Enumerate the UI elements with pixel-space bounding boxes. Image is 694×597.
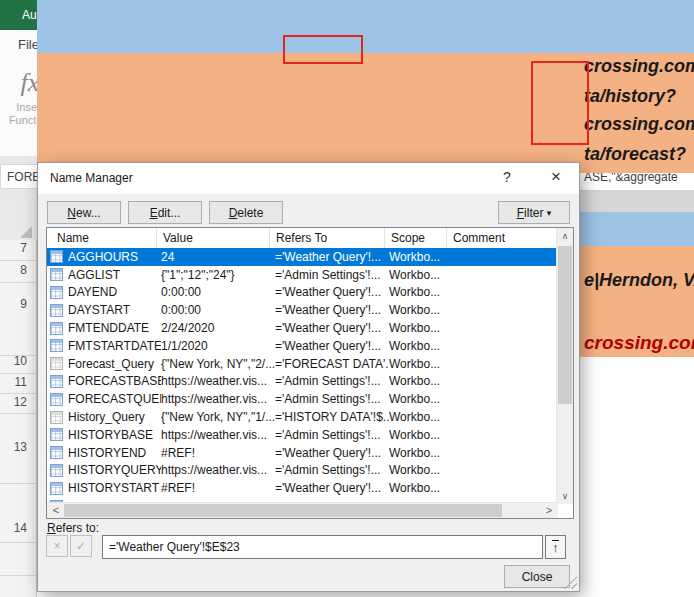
edit-button[interactable]: Edit... [128, 201, 202, 224]
row-number-7[interactable]: 7 [20, 241, 27, 255]
column-header-name[interactable]: Name [47, 228, 157, 248]
name-manager-dialog: Name Manager ? × New... Edit... Delete F… [37, 162, 580, 592]
row-cell: https://weather.vis... [161, 374, 275, 388]
blue-cells-1 [37, 0, 694, 53]
name-row-History_Query[interactable]: History_Query{"New York, NY","1/...='HIS… [47, 408, 556, 426]
name-row-FMTSTARTDATE[interactable]: FMTSTARTDATE1/1/2020='Weather Query'!...… [47, 337, 556, 355]
excel-window: AutoSave Off ▾ ▾ ▾ [0, 0, 694, 597]
collapse-arrow-icon: ↑ [552, 540, 559, 554]
collapse-dialog-button[interactable]: ↑ [545, 535, 566, 559]
row-cell: {"1";"12";"24"} [161, 268, 275, 282]
row-cell: HISTORYBASE [68, 428, 161, 442]
close-icon[interactable]: × [545, 167, 567, 187]
row-cell: AGGLIST [68, 268, 161, 282]
named-range-icon [50, 428, 63, 441]
row-number-8[interactable]: 8 [20, 263, 27, 277]
row-cell: {"New York, NY","2/... [161, 357, 275, 371]
dialog-title-bar[interactable]: Name Manager ? × [38, 163, 579, 194]
name-row-AGGHOURS[interactable]: AGGHOURS24='Weather Query'!...Workbo... [47, 248, 556, 266]
cell-text-fragment: crossing.com/ [584, 114, 694, 135]
refers-to-input[interactable]: ='Weather Query'!$E$23 [102, 535, 543, 559]
scroll-down-icon[interactable]: ∨ [557, 491, 573, 501]
row-cell: Workbo... [389, 392, 451, 406]
row-cell: ='Weather Query'!... [275, 285, 389, 299]
column-header-scope[interactable]: Scope [385, 228, 447, 248]
row-cell: ='Admin Settings'!... [275, 268, 389, 282]
row-gridline [0, 393, 36, 394]
named-range-icon [50, 482, 63, 495]
name-row-HISTORYBASE[interactable]: HISTORYBASEhttps://weather.vis...='Admin… [47, 426, 556, 444]
row-cell: https://weather.vis... [161, 463, 275, 477]
select-all-corner[interactable] [20, 226, 32, 238]
name-row-HISTORYEND[interactable]: HISTORYEND#REF!='Weather Query'!...Workb… [47, 444, 556, 462]
row-gridline [0, 373, 36, 374]
row-gridline [0, 260, 36, 261]
column-header-comment[interactable]: Comment [447, 228, 556, 248]
help-icon[interactable]: ? [497, 169, 517, 185]
horizontal-scroll-thumb[interactable] [64, 504, 502, 517]
cell-text-fragment: ta/forecast? [584, 144, 686, 165]
row-cell: #REF! [161, 481, 275, 495]
name-row-AGGLIST[interactable]: AGGLIST{"1";"12";"24"}='Admin Settings'!… [47, 266, 556, 284]
name-row-Forecast_Query[interactable]: Forecast_Query{"New York, NY","2/...='FO… [47, 355, 556, 373]
row-cell: FMTENDDATE [68, 321, 161, 335]
row-cell: 1/1/2020 [161, 339, 275, 353]
name-row-HISTORYQUERY[interactable]: HISTORYQUERYhttps://weather.vis...='Admi… [47, 462, 556, 480]
name-row-FMTENDDATE[interactable]: FMTENDDATE2/24/2020='Weather Query'!...W… [47, 319, 556, 337]
scroll-up-icon[interactable]: ∧ [557, 231, 573, 241]
row-number-9[interactable]: 9 [20, 297, 27, 311]
row-cell: Workbo... [389, 357, 451, 371]
names-list: NameValueRefers ToScopeComment AGGHOURS2… [46, 227, 574, 519]
row-cell: Workbo... [389, 303, 451, 317]
vertical-scrollbar[interactable]: ∧ ∨ [556, 228, 573, 504]
row-cell: HISTORYSTART [68, 481, 161, 495]
row-number-13[interactable]: 13 [14, 440, 27, 454]
delete-button[interactable]: Delete [209, 201, 283, 224]
row-cell: ='FORECAST DATA'... [275, 357, 389, 371]
name-row-DAYEND[interactable]: DAYEND0:00:00='Weather Query'!...Workbo.… [47, 284, 556, 302]
row-cell: HISTORYEND [68, 446, 161, 460]
column-header-value[interactable]: Value [157, 228, 270, 248]
row-cell: ='Admin Settings'!... [275, 392, 389, 406]
row-cell: Workbo... [389, 268, 451, 282]
row-cell: FORECASTQUERY [68, 392, 161, 406]
row-cell: Workbo... [389, 285, 451, 299]
close-button[interactable]: Close [504, 565, 570, 588]
named-range-icon [50, 304, 63, 317]
new-button[interactable]: New... [47, 201, 121, 224]
row-cell: FORECASTBASE [68, 374, 161, 388]
scroll-left-icon[interactable]: < [48, 504, 64, 516]
named-range-icon [50, 322, 63, 335]
filter-button[interactable]: Filter ▾ [498, 201, 570, 224]
name-row-DAYSTART[interactable]: DAYSTART0:00:00='Weather Query'!...Workb… [47, 301, 556, 319]
row-gridline [0, 575, 36, 576]
name-row-FORECASTBASE[interactable]: FORECASTBASEhttps://weather.vis...='Admi… [47, 373, 556, 391]
row-number-11[interactable]: 11 [15, 375, 27, 389]
named-range-icon [50, 464, 63, 477]
list-rows: AGGHOURS24='Weather Query'!...Workbo...A… [47, 248, 556, 504]
row-number-12[interactable]: 12 [14, 395, 27, 409]
name-row-HISTORYSTART[interactable]: HISTORYSTART#REF!='Weather Query'!...Wor… [47, 479, 556, 497]
row-cell: 24 [161, 250, 275, 264]
named-range-icon [50, 375, 63, 388]
row-number-14[interactable]: 14 [14, 521, 27, 535]
row-cell: Workbo... [389, 250, 451, 264]
name-row-FORECASTQUERY[interactable]: FORECASTQUERYhttps://weather.vis...='Adm… [47, 390, 556, 408]
vertical-scroll-thumb[interactable] [558, 246, 572, 404]
row-cell: 2/24/2020 [161, 321, 275, 335]
horizontal-scrollbar[interactable]: < > [47, 502, 558, 518]
row-cell: #REF! [161, 446, 275, 460]
row-number-10[interactable]: 10 [14, 354, 27, 368]
row-cell: Workbo... [389, 481, 451, 495]
row-cell: Workbo... [389, 428, 451, 442]
named-range-icon [50, 411, 63, 424]
cell-text-fragment: ta/history? [584, 86, 676, 107]
row-cell: Workbo... [389, 321, 451, 335]
list-header: NameValueRefers ToScopeComment [47, 228, 556, 249]
row-gridline [0, 355, 36, 356]
row-cell: ='Weather Query'!... [275, 250, 389, 264]
scroll-right-icon[interactable]: > [541, 504, 557, 516]
row-cell: ='HISTORY DATA'!$... [275, 410, 389, 424]
row-cell: AGGHOURS [68, 250, 161, 264]
column-header-refers-to[interactable]: Refers To [270, 228, 385, 248]
